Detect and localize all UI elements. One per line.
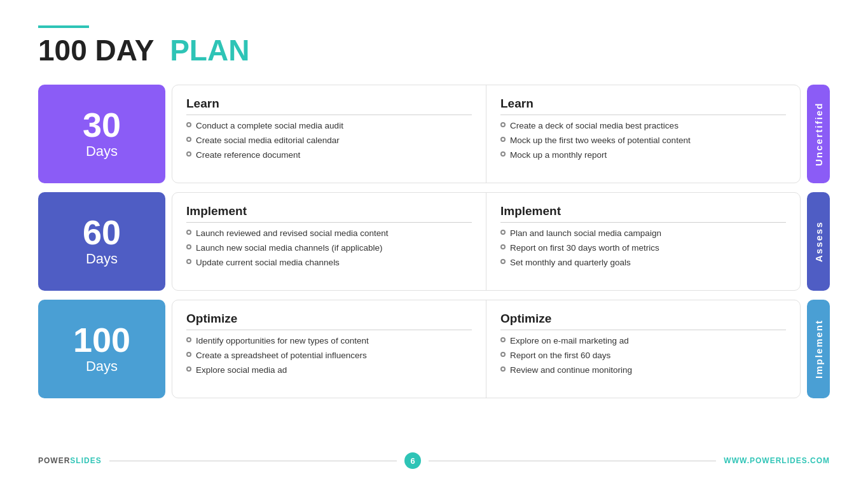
list-item: Set monthly and quarterly goals	[500, 257, 786, 268]
left-block-60: Implement Launch reviewed and revised so…	[172, 193, 486, 290]
title-bar	[38, 25, 89, 28]
bullet-icon	[500, 259, 506, 264]
bullet-icon	[186, 337, 191, 342]
footer-brand-green: SLIDES	[70, 456, 101, 465]
bullet-icon	[500, 352, 506, 357]
bullet-icon	[186, 352, 191, 357]
left-title-60: Implement	[186, 204, 472, 223]
badge-label-30: Days	[86, 143, 118, 160]
footer-line-right	[429, 461, 716, 461]
title-black: 100 DAY	[38, 34, 154, 67]
title-section: 100 DAY PLAN	[38, 25, 830, 67]
list-item: Identify opportunities for new types of …	[186, 335, 472, 347]
side-label-60: Assess	[807, 192, 830, 291]
left-block-30: Learn Conduct a complete social media au…	[172, 85, 486, 183]
list-item: Report on the first 60 days	[500, 350, 786, 361]
bullet-icon	[500, 244, 506, 249]
left-list-30: Conduct a complete social media audit Cr…	[186, 120, 472, 162]
bullet-icon	[186, 259, 191, 264]
row-30: 30 Days Learn Conduct a complete social …	[38, 85, 830, 183]
list-item: Create a spreadsheet of potential influe…	[186, 350, 472, 361]
right-block-60: Implement Plan and launch social media c…	[486, 193, 800, 290]
footer-website: WWW.POWERLIDES.COM	[724, 456, 830, 465]
left-title-100: Optimize	[186, 312, 472, 330]
badge-number-60: 60	[83, 215, 121, 249]
badge-30: 30 Days	[38, 85, 165, 183]
list-item: Launch reviewed and revised social media…	[186, 228, 472, 239]
title-green: PLAN	[170, 34, 249, 67]
bullet-icon	[500, 366, 506, 372]
bullet-icon	[186, 230, 191, 235]
bullet-icon	[186, 122, 191, 127]
left-title-30: Learn	[186, 97, 472, 115]
row-60: 60 Days Implement Launch reviewed and re…	[38, 192, 830, 291]
list-item: Update current social media channels	[186, 257, 472, 268]
list-item: Mock up a monthly report	[500, 150, 786, 161]
badge-number-30: 30	[83, 108, 121, 142]
list-item: Conduct a complete social media audit	[186, 120, 472, 132]
bullet-icon	[186, 366, 191, 372]
bullet-icon	[500, 337, 506, 342]
right-title-30: Learn	[500, 97, 786, 115]
list-item: Create reference document	[186, 150, 472, 161]
right-title-100: Optimize	[500, 312, 786, 330]
side-label-100: Implement	[807, 300, 830, 398]
rows-container: 30 Days Learn Conduct a complete social …	[38, 85, 830, 443]
left-list-60: Launch reviewed and revised social media…	[186, 228, 472, 269]
bullet-icon	[500, 230, 506, 235]
bullet-icon	[186, 137, 191, 142]
footer-line-left	[109, 461, 397, 461]
left-block-100: Optimize Identify opportunities for new …	[172, 300, 486, 398]
row-100: 100 Days Optimize Identify opportunities…	[38, 300, 830, 398]
list-item: Explore on e-mail marketing ad	[500, 335, 786, 347]
right-block-100: Optimize Explore on e-mail marketing ad …	[486, 300, 800, 398]
page-title: 100 DAY PLAN	[38, 34, 830, 67]
badge-label-60: Days	[86, 251, 118, 267]
footer-page-number: 6	[404, 452, 421, 469]
bullet-icon	[500, 137, 506, 142]
footer-brand: POWERSLIDES	[38, 456, 102, 465]
badge-100: 100 Days	[38, 300, 165, 398]
footer-brand-black: POWER	[38, 456, 70, 465]
content-pair-60: Implement Launch reviewed and revised so…	[172, 192, 801, 291]
slide: 100 DAY PLAN 30 Days Learn Conduct a com…	[0, 0, 868, 488]
bullet-icon	[186, 151, 191, 157]
right-block-30: Learn Create a deck of social media best…	[486, 85, 800, 183]
right-title-60: Implement	[500, 204, 786, 223]
list-item: Launch new social media channels (if app…	[186, 242, 472, 254]
content-pair-30: Learn Conduct a complete social media au…	[172, 85, 801, 183]
right-list-60: Plan and launch social media campaign Re…	[500, 228, 786, 269]
list-item: Explore social media ad	[186, 365, 472, 376]
badge-number-100: 100	[73, 323, 130, 357]
badge-label-100: Days	[86, 358, 118, 375]
list-item: Create a deck of social media best pract…	[500, 120, 786, 132]
list-item: Plan and launch social media campaign	[500, 228, 786, 239]
bullet-icon	[500, 151, 506, 157]
list-item: Create social media editorial calendar	[186, 135, 472, 146]
right-list-100: Explore on e-mail marketing ad Report on…	[500, 335, 786, 377]
bullet-icon	[500, 122, 506, 127]
footer: POWERSLIDES 6 WWW.POWERLIDES.COM	[38, 452, 830, 469]
right-list-30: Create a deck of social media best pract…	[500, 120, 786, 162]
list-item: Mock up the first two weeks of potential…	[500, 135, 786, 146]
side-label-30: Uncertified	[807, 85, 830, 183]
left-list-100: Identify opportunities for new types of …	[186, 335, 472, 377]
list-item: Review and continue monitoring	[500, 365, 786, 376]
bullet-icon	[186, 244, 191, 249]
content-pair-100: Optimize Identify opportunities for new …	[172, 300, 801, 398]
badge-60: 60 Days	[38, 192, 165, 291]
list-item: Report on first 30 days worth of metrics	[500, 242, 786, 254]
